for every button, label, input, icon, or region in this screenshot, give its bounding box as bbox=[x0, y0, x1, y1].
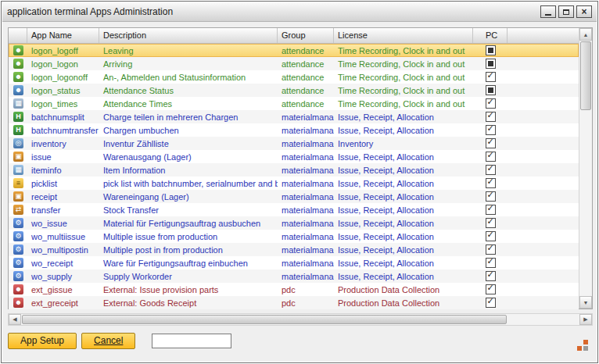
horizontal-scroll-thumb[interactable] bbox=[22, 315, 507, 324]
scroll-up-button[interactable]: ▲ bbox=[579, 28, 592, 41]
pc-checkbox[interactable] bbox=[486, 59, 496, 69]
pc-checkbox[interactable] bbox=[486, 191, 496, 202]
header-description[interactable]: Description bbox=[99, 28, 278, 43]
table-row[interactable]: wo_multiissue Multiple issue from produc… bbox=[9, 230, 579, 243]
table-row[interactable]: iteminfo Item Information materialmanage… bbox=[9, 163, 579, 177]
footer-text-input[interactable] bbox=[152, 334, 231, 348]
header-license[interactable]: License bbox=[334, 28, 473, 43]
pc-checkbox[interactable] bbox=[486, 98, 496, 109]
app-icon bbox=[13, 85, 23, 95]
app-icon bbox=[13, 152, 23, 162]
titlebar[interactable]: application terminal Apps Administration… bbox=[2, 2, 597, 22]
table-row[interactable]: ext_gissue External: Issue provision par… bbox=[9, 283, 579, 296]
table-row[interactable]: receipt Wareneingang (Lager) materialman… bbox=[9, 190, 579, 203]
license-cell: Issue, Receipt, Allocation bbox=[334, 245, 473, 255]
header-group[interactable]: Group bbox=[278, 28, 334, 43]
group-cell: materialmanagement bbox=[278, 152, 334, 162]
description-cell: Item Information bbox=[99, 166, 278, 175]
pc-checkbox[interactable] bbox=[486, 152, 496, 162]
table-row[interactable]: wo_multipostin Multiple post in from pro… bbox=[9, 243, 579, 256]
table-row[interactable]: logon_logonoff An-, Abmelden und Statusi… bbox=[9, 70, 579, 84]
pc-checkbox[interactable] bbox=[486, 244, 496, 255]
pc-checkbox[interactable] bbox=[486, 231, 496, 241]
group-cell: materialmanagement bbox=[278, 232, 334, 241]
table-row[interactable]: issue Warenausgang (Lager) materialmanag… bbox=[9, 150, 579, 163]
table-row[interactable]: wo_issue Material für Fertigungsauftrag … bbox=[9, 216, 579, 230]
description-cell: External: Issue provision parts bbox=[99, 285, 278, 294]
vertical-scroll-thumb[interactable] bbox=[580, 41, 591, 110]
app-icon bbox=[13, 191, 23, 202]
pc-checkbox[interactable] bbox=[486, 271, 496, 281]
group-cell: materialmanagement bbox=[278, 179, 334, 188]
pc-checkbox[interactable] bbox=[486, 45, 496, 55]
group-cell: materialmanagement bbox=[278, 126, 334, 135]
table-row[interactable]: wo_supply Supply Workorder materialmanag… bbox=[9, 269, 579, 283]
table-row[interactable]: batchnumsplit Charge teilen in mehreren … bbox=[9, 110, 579, 123]
table-row[interactable]: batchnumtransfer Chargen umbuchen materi… bbox=[9, 123, 579, 137]
pc-checkbox[interactable] bbox=[486, 298, 496, 308]
pc-checkbox[interactable] bbox=[486, 112, 496, 122]
license-cell: Issue, Receipt, Allocation bbox=[334, 192, 473, 202]
scroll-down-button[interactable]: ▼ bbox=[579, 296, 592, 309]
pc-checkbox[interactable] bbox=[486, 258, 496, 268]
table-row[interactable]: logon_logoff Leaving attendance Time Rec… bbox=[9, 44, 579, 57]
table-row[interactable]: inventory Inventur Zählliste materialman… bbox=[9, 137, 579, 150]
resize-grip-icon[interactable] bbox=[577, 340, 588, 351]
maximize-icon bbox=[563, 9, 569, 15]
description-cell: Inventur Zählliste bbox=[99, 139, 278, 148]
app-icon bbox=[13, 125, 23, 135]
table-row[interactable]: logon_status Attendance Status attendanc… bbox=[9, 84, 579, 97]
app-icon bbox=[13, 59, 23, 69]
app-name-cell: receipt bbox=[27, 192, 99, 202]
group-cell: attendance bbox=[278, 46, 334, 55]
license-cell: Time Recording, Clock in and out bbox=[334, 86, 473, 95]
header-pc[interactable]: PC bbox=[473, 28, 508, 43]
cancel-button[interactable]: Cancel bbox=[81, 333, 135, 349]
group-cell: attendance bbox=[278, 86, 334, 95]
group-cell: attendance bbox=[278, 99, 334, 109]
app-name-cell: logon_times bbox=[27, 99, 99, 109]
pc-checkbox[interactable] bbox=[486, 85, 496, 95]
table-row[interactable]: ext_greceipt External: Goods Receipt pdc… bbox=[9, 296, 579, 309]
app-setup-button[interactable]: App Setup bbox=[8, 333, 77, 349]
app-icon bbox=[13, 205, 23, 215]
app-icon bbox=[13, 218, 23, 228]
group-cell: materialmanagement bbox=[278, 272, 334, 281]
pc-checkbox[interactable] bbox=[486, 218, 496, 228]
license-cell: Production Data Collection bbox=[334, 298, 473, 308]
close-button[interactable]: × bbox=[576, 5, 592, 18]
pc-checkbox[interactable] bbox=[486, 72, 496, 82]
window: application terminal Apps Administration… bbox=[1, 1, 598, 363]
pc-checkbox[interactable] bbox=[486, 284, 496, 294]
maximize-button[interactable] bbox=[558, 5, 574, 18]
pc-checkbox[interactable] bbox=[486, 138, 496, 148]
minimize-button[interactable] bbox=[540, 5, 556, 18]
description-cell: Leaving bbox=[99, 46, 278, 55]
vertical-scrollbar[interactable]: ▲ ▼ bbox=[579, 28, 592, 309]
app-icon bbox=[13, 72, 23, 82]
pc-checkbox[interactable] bbox=[486, 165, 496, 175]
pc-checkbox[interactable] bbox=[486, 178, 496, 188]
app-icon bbox=[13, 244, 23, 255]
table-row[interactable]: transfer Stock Transfer materialmanageme… bbox=[9, 203, 579, 216]
pc-checkbox[interactable] bbox=[486, 125, 496, 135]
license-cell: Issue, Receipt, Allocation bbox=[334, 219, 473, 228]
scroll-left-button[interactable]: ◀ bbox=[9, 314, 21, 325]
pc-checkbox[interactable] bbox=[486, 205, 496, 215]
app-icon bbox=[13, 112, 23, 122]
table-row[interactable]: logon_logon Arriving attendance Time Rec… bbox=[9, 57, 579, 70]
header-app-name[interactable]: App Name bbox=[27, 28, 99, 43]
table-header: App Name Description Group License PC bbox=[9, 28, 579, 44]
table-row[interactable]: picklist pick list with batchnumber, ser… bbox=[9, 177, 579, 190]
description-cell: Supply Workorder bbox=[99, 272, 278, 281]
group-cell: pdc bbox=[278, 285, 334, 294]
description-cell: Ware für Fertigungsauftrag einbuchen bbox=[99, 259, 278, 268]
app-icon bbox=[13, 284, 23, 294]
horizontal-scrollbar[interactable]: ◀ ▶ bbox=[8, 313, 593, 326]
app-icon bbox=[13, 258, 23, 268]
close-icon: × bbox=[581, 8, 586, 16]
table-row[interactable]: wo_receipt Ware für Fertigungsauftrag ei… bbox=[9, 256, 579, 269]
scroll-right-button[interactable]: ▶ bbox=[579, 314, 592, 325]
license-cell: Time Recording, Clock in and out bbox=[334, 73, 473, 82]
table-row[interactable]: logon_times Attendance Times attendance … bbox=[9, 97, 579, 110]
